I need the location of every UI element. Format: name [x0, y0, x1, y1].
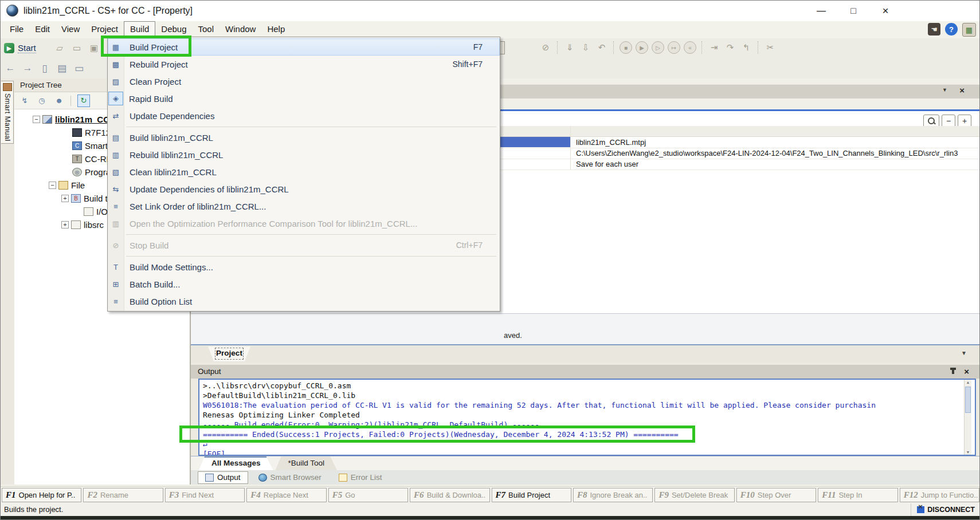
- function-key-button[interactable]: F7 Build Project: [492, 488, 571, 502]
- selected-property-name-cell[interactable]: [499, 137, 570, 147]
- forward-icon[interactable]: →: [21, 61, 34, 75]
- pin-view-icon[interactable]: ▭: [73, 61, 85, 75]
- step-return-icon[interactable]: ↰: [740, 41, 752, 54]
- menu-item[interactable]: T Build Mode Settings...: [108, 258, 500, 275]
- menu-bar-item[interactable]: Edit: [29, 21, 56, 38]
- menu-item[interactable]: ◈ Rapid Build: [108, 90, 500, 107]
- menu-bar-item[interactable]: Help: [261, 21, 291, 38]
- menu-item[interactable]: ⊞ Batch Build...: [108, 275, 500, 293]
- tab-project[interactable]: Project: [208, 346, 250, 361]
- function-key-button[interactable]: F11 Step In: [818, 488, 897, 502]
- user-icon[interactable]: ☻: [53, 95, 65, 107]
- step-in-icon[interactable]: ⇥: [708, 41, 720, 54]
- output-scrollbar[interactable]: ▲ ▼: [964, 380, 971, 455]
- scrollbar-thumb[interactable]: [965, 387, 971, 413]
- function-key-button[interactable]: F3 Find Next: [165, 488, 245, 502]
- function-key-button[interactable]: F8 Ignore Break an..: [573, 488, 653, 502]
- function-key-button[interactable]: F5 Go: [328, 488, 408, 502]
- menu-item[interactable]: ▥ Open the Optimization Performance Comp…: [108, 215, 500, 232]
- dock-tab[interactable]: Smart Browser: [252, 471, 328, 484]
- output-message-tab[interactable]: *Build Tool: [276, 456, 338, 470]
- menu-item[interactable]: ▤ Build liblin21m_CCRL: [108, 129, 500, 146]
- reset-icon[interactable]: «: [684, 41, 696, 54]
- menu-bar-item[interactable]: Project: [85, 21, 124, 38]
- output-message-tab[interactable]: All Messages: [199, 456, 273, 470]
- connection-status[interactable]: DISCONNECT: [911, 503, 975, 516]
- function-key-button[interactable]: F2 Rename: [83, 488, 163, 502]
- menu-bar-item[interactable]: Window: [219, 21, 261, 38]
- panel-close-icon[interactable]: ×: [959, 85, 965, 95]
- menu-bar-item[interactable]: View: [56, 21, 85, 38]
- close-button[interactable]: ×: [874, 3, 897, 19]
- tree-expander[interactable]: [33, 116, 40, 123]
- tree-expander[interactable]: [61, 195, 69, 202]
- function-key-button[interactable]: F6 Build & Downloa..: [410, 488, 489, 502]
- menu-bar-item[interactable]: Debug: [155, 21, 192, 38]
- menu-item[interactable]: ▦ Build Project F7: [108, 38, 500, 56]
- start-button[interactable]: ▶ Start: [4, 41, 36, 56]
- output-log[interactable]: >..\libsrc\drv\copybuf_CCRL_0.asm>Defaul…: [198, 379, 976, 456]
- property-value[interactable]: C:\Users\ZichenWang\e2_studio\workspace\…: [576, 148, 977, 159]
- property-value[interactable]: Save for each user: [576, 159, 977, 170]
- output-close-icon[interactable]: ×: [964, 365, 969, 379]
- property-tab-row: Project ▼: [191, 344, 980, 364]
- tree-item-label: libsrc: [84, 220, 104, 230]
- step-next-icon[interactable]: ↦: [668, 41, 680, 54]
- function-key-button[interactable]: F9 Set/Delete Break: [654, 488, 734, 502]
- new-file-icon[interactable]: ▱: [53, 41, 66, 55]
- bolt-icon[interactable]: ↯: [19, 95, 30, 107]
- taskbar-edge: [1, 516, 980, 520]
- menu-bar-item[interactable]: Build: [124, 21, 155, 38]
- stop-build-icon[interactable]: ⊘: [539, 41, 552, 54]
- menu-item[interactable]: ▥ Rebuild liblin21m_CCRL: [108, 146, 500, 163]
- property-value[interactable]: liblin21m_CCRL.mtpj: [576, 137, 977, 148]
- panel-menu-icon[interactable]: ▼: [942, 87, 947, 93]
- menu-bar-item[interactable]: Tool: [193, 21, 220, 38]
- stop-icon[interactable]: ■: [620, 41, 632, 54]
- function-key-button[interactable]: F1 Open Help for P..: [2, 488, 81, 502]
- dock-tab[interactable]: Output: [198, 471, 248, 484]
- ignore-break-go-icon[interactable]: ▷: [652, 41, 664, 54]
- menu-item[interactable]: ▩ Rebuild Project Shift+F7: [108, 56, 500, 73]
- bookmark-list-icon[interactable]: ▤: [56, 61, 68, 75]
- go-icon[interactable]: ▶: [636, 41, 648, 54]
- function-key-button[interactable]: F4 Replace Next: [246, 488, 326, 502]
- menu-bar-item[interactable]: File: [4, 21, 29, 38]
- function-key-button[interactable]: F12 Jump to Functio..: [900, 488, 979, 502]
- dock-tab[interactable]: Error List: [332, 471, 389, 484]
- minimize-button[interactable]: —: [810, 3, 833, 19]
- undo-icon[interactable]: ↶: [595, 41, 608, 54]
- scroll-up-icon[interactable]: ▲: [965, 380, 971, 384]
- menu-item[interactable]: [108, 124, 500, 129]
- menu-item[interactable]: ≡ Set Link Order of liblin21m_CCRL...: [108, 198, 500, 215]
- download-icon[interactable]: ⇩: [579, 41, 592, 54]
- step-over-icon[interactable]: ↷: [724, 41, 736, 54]
- back-icon[interactable]: ←: [4, 61, 17, 75]
- tree-expander[interactable]: [61, 221, 69, 229]
- feedback-icon[interactable]: ☚: [928, 23, 940, 36]
- pin-icon[interactable]: [952, 368, 954, 374]
- function-key-button[interactable]: F10 Step Over: [736, 488, 816, 502]
- build-download-icon[interactable]: ⇓: [563, 41, 576, 54]
- help-icon[interactable]: ?: [945, 23, 958, 36]
- menu-item[interactable]: [108, 254, 500, 258]
- menu-item[interactable]: ⇄ Update Dependencies: [108, 107, 500, 124]
- save-file-icon[interactable]: ▣: [88, 41, 100, 55]
- smart-manual-tab[interactable]: Smart Manual: [1, 81, 14, 144]
- scroll-down-icon[interactable]: ▼: [965, 450, 971, 454]
- maximize-button[interactable]: □: [842, 3, 865, 19]
- refresh-icon[interactable]: ↻: [77, 94, 90, 107]
- tree-expander[interactable]: [49, 182, 56, 189]
- menu-item[interactable]: ▨ Clean Project: [108, 73, 500, 90]
- menu-item[interactable]: ⇆ Update Dependencies of liblin21m_CCRL: [108, 180, 500, 198]
- clock-icon[interactable]: ◷: [36, 95, 48, 107]
- open-file-icon[interactable]: ▭: [70, 41, 83, 55]
- menu-item[interactable]: ▧ Clean liblin21m_CCRL: [108, 163, 500, 180]
- smart-manual-launcher-icon[interactable]: ▦: [962, 23, 976, 37]
- menu-item[interactable]: ⊘ Stop Build Ctrl+F7: [108, 237, 500, 254]
- menu-item[interactable]: ≡ Build Option List: [108, 293, 500, 310]
- tab-overflow-icon[interactable]: ▼: [961, 350, 967, 356]
- menu-item[interactable]: [108, 232, 500, 237]
- bookmark-icon[interactable]: ▯: [38, 61, 51, 75]
- cut-icon[interactable]: ✂: [764, 41, 777, 54]
